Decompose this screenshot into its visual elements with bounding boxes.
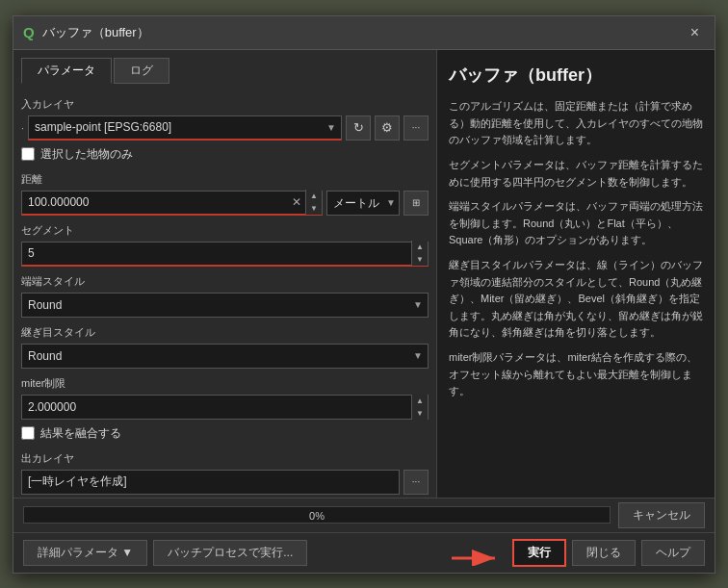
miter-label: miter制限 — [21, 376, 429, 391]
segment-input[interactable] — [22, 243, 411, 263]
arrow-graphic — [447, 539, 505, 566]
segment-up-button[interactable]: ▲ — [412, 241, 428, 253]
progress-bar-container: 0% — [23, 506, 611, 524]
segment-label: セグメント — [21, 223, 429, 238]
segment-row: ▲ ▼ — [21, 242, 429, 267]
join-style-row: Round ▼ — [21, 344, 429, 369]
cap-style-row: Round ▼ — [21, 293, 429, 318]
segment-spinbox: ▲ ▼ — [21, 242, 429, 267]
miter-input[interactable] — [22, 397, 411, 417]
footer-right: 実行 閉じる ヘルプ — [512, 539, 705, 567]
buffer-dialog: Q バッファ（buffer） × パラメータ ログ 入カレイヤ · sample… — [13, 15, 715, 574]
advanced-params-button[interactable]: 詳細パラメータ ▼ — [23, 540, 147, 566]
unit-select[interactable]: メートル — [326, 191, 400, 216]
unit-select-wrap: メートル ▼ — [326, 191, 400, 216]
run-button[interactable]: 実行 — [512, 539, 566, 567]
help-p3: 端端スタイルパラメータは、バッファ両端の処理方法を制御します。Round（丸い）… — [449, 198, 703, 249]
footer: 詳細パラメータ ▼ バッチプロセスで実行... 実行 閉じる ヘルプ — [13, 532, 715, 573]
miter-arrows: ▲ ▼ — [411, 395, 428, 420]
miter-up-button[interactable]: ▲ — [412, 395, 428, 407]
output-layer-label: 出カレイヤ — [21, 451, 429, 466]
distance-more-button[interactable]: ⊞ — [403, 191, 429, 216]
window-title: バッファ（buffer） — [42, 24, 149, 41]
cap-style-select-wrap: Round ▼ — [21, 293, 429, 318]
refresh-button[interactable]: ↻ — [346, 115, 371, 141]
segment-arrows: ▲ ▼ — [411, 241, 428, 266]
input-layer-select-wrap: sample-point [EPSG:6680] ▼ — [28, 115, 342, 141]
batch-process-button[interactable]: バッチプロセスで実行... — [153, 540, 307, 566]
selected-only-label: 選択した地物のみ — [40, 146, 133, 163]
segment-down-button[interactable]: ▼ — [412, 253, 428, 266]
progress-text: 0% — [24, 507, 610, 524]
join-style-select[interactable]: Round — [21, 344, 429, 369]
help-p4: 継ぎ目スタイルパラメータは、線（ライン）のバッファ領域の連結部分のスタイルとして… — [449, 257, 703, 342]
help-button[interactable]: ヘルプ — [641, 540, 705, 566]
distance-label: 距離 — [21, 172, 429, 187]
distance-row: ✕ ▲ ▼ メートル ▼ ⊞ — [21, 191, 429, 216]
selected-only-row: 選択した地物のみ — [21, 146, 429, 163]
merge-row: 結果を融合する — [21, 425, 429, 442]
footer-left: 詳細パラメータ ▼ バッチプロセスで実行... — [23, 540, 307, 566]
input-layer-row: · sample-point [EPSG:6680] ▼ ↻ ⚙ ··· — [21, 115, 429, 141]
selected-only-checkbox[interactable] — [21, 147, 35, 161]
help-title: バッファ（buffer） — [449, 62, 703, 89]
tab-log[interactable]: ログ — [114, 58, 169, 84]
distance-up-button[interactable]: ▲ — [306, 190, 322, 202]
distance-down-button[interactable]: ▼ — [306, 202, 322, 215]
input-layer-label: 入カレイヤ — [21, 97, 429, 112]
app-icon: Q — [23, 24, 35, 40]
help-p2: セグメントパラメータは、バッファ距離を計算するために使用する四半円のセグメント数… — [449, 157, 703, 191]
merge-label: 結果を融合する — [40, 425, 121, 442]
help-p1: このアルゴリズムは、固定距離または（計算で求める）動的距離を使用して、入カレイヤ… — [449, 98, 703, 149]
tab-parameters[interactable]: パラメータ — [21, 58, 112, 84]
right-panel: バッファ（buffer） このアルゴリズムは、固定距離または（計算で求める）動的… — [437, 50, 715, 498]
close-button[interactable]: 閉じる — [572, 540, 636, 566]
miter-down-button[interactable]: ▼ — [412, 407, 428, 420]
distance-input[interactable] — [22, 192, 288, 212]
distance-input-wrap: ✕ ▲ ▼ — [21, 191, 323, 216]
output-layer-row: ··· — [21, 470, 429, 495]
help-p5: miter制限パラメータは、miter結合を作成する際の、オフセット線から離れて… — [449, 349, 703, 400]
settings-button[interactable]: ⚙ — [375, 115, 400, 141]
output-layer-more-button[interactable]: ··· — [403, 470, 429, 495]
cap-style-select[interactable]: Round — [21, 293, 429, 318]
progress-area: 0% キャンセル — [13, 498, 715, 532]
cap-style-label: 端端スタイル — [21, 274, 429, 289]
left-panel: パラメータ ログ 入カレイヤ · sample-point [EPSG:6680… — [13, 50, 437, 498]
close-window-button[interactable]: × — [685, 22, 705, 43]
distance-spinbox-arrows: ▲ ▼ — [305, 190, 322, 215]
join-style-label: 継ぎ目スタイル — [21, 325, 429, 340]
join-style-select-wrap: Round ▼ — [21, 344, 429, 369]
output-layer-input[interactable] — [21, 470, 400, 495]
point-icon: · — [21, 122, 24, 134]
input-layer-select[interactable]: sample-point [EPSG:6680] — [28, 115, 342, 141]
title-bar-left: Q バッファ（buffer） — [23, 24, 149, 41]
dialog-body: パラメータ ログ 入カレイヤ · sample-point [EPSG:6680… — [13, 50, 715, 498]
more-button[interactable]: ··· — [403, 115, 429, 141]
tab-bar: パラメータ ログ — [21, 58, 429, 84]
merge-checkbox[interactable] — [21, 426, 35, 440]
progress-row: 0% キャンセル — [23, 502, 705, 528]
cancel-button[interactable]: キャンセル — [618, 502, 705, 528]
miter-row: ▲ ▼ — [21, 395, 429, 420]
arrow-hint — [307, 539, 512, 566]
miter-spinbox: ▲ ▼ — [21, 395, 429, 420]
title-bar: Q バッファ（buffer） × — [13, 16, 715, 50]
distance-clear-button[interactable]: ✕ — [288, 195, 305, 209]
